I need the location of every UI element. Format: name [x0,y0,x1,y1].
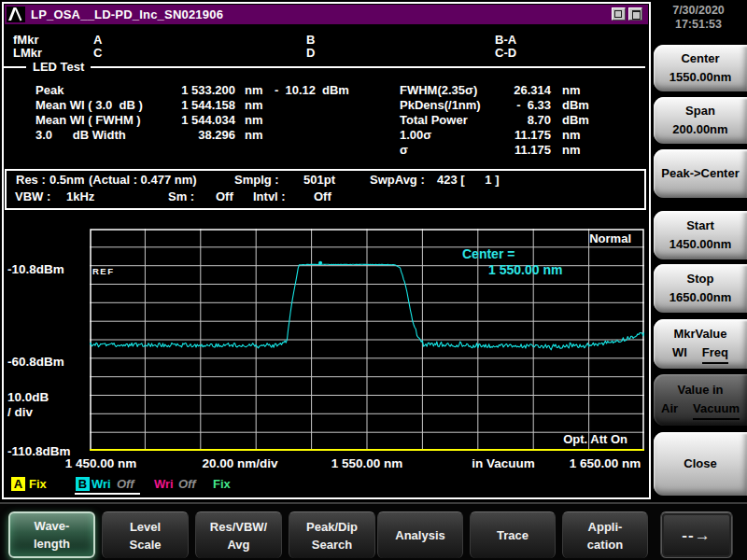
start-button[interactable]: Start 1450.00nm [654,211,747,259]
restore-icon [632,10,641,20]
peak-level-unit: dBm [322,84,349,97]
smplg-value: 501pt [303,174,335,187]
menu-label: cation [587,536,623,553]
result-label: 1.00σ [400,129,431,142]
mkrvalue-button[interactable]: MkrValue WI Freq [654,319,747,369]
menu-label: Appli- [588,518,623,536]
marker-c-d: C-D [495,47,516,60]
menu-label: Res/VBW/ [210,518,267,536]
y-axis-bottom-label: -110.8dBm [7,444,71,458]
close-button-label: Close [684,455,716,473]
sm-label: Sm : [168,190,194,203]
x-axis-stop-label: 1 650.00 nm [570,456,641,470]
close-button[interactable]: Close [654,432,747,496]
marker-b-a: B-A [495,34,516,47]
menu-label: Scale [130,536,162,553]
swpavg-label: SwpAvg : [370,174,425,187]
menu-trace[interactable]: Trace [470,511,556,558]
marker-a: A [93,34,102,47]
result-label: Peak [35,84,63,97]
menu-label: Search [312,536,352,553]
menu-label: Level [130,518,161,536]
y-axis-ref-label: -10.8dBm [7,262,64,276]
result-value: 26.314 [458,84,551,97]
result-value: - 6.33 [458,99,551,112]
result-label: 3.0 dB Width [35,129,126,142]
restore-button[interactable] [628,7,642,21]
center-annotation-line2: 1 550.00 nm [488,262,562,277]
y-axis-scale-div-label: / div [7,405,33,419]
result-value: 38.296 [131,129,235,142]
section-separator [4,66,645,68]
result-label: Mean WI ( 3.0 dB ) [35,99,143,112]
menu-peak-dip-search[interactable]: Peak/Dip Search [289,511,375,558]
minimize-icon [614,10,622,18]
trace-b-off: Off [117,477,134,491]
result-value: 8.70 [458,114,551,127]
value-in-button[interactable]: Value in Air Vacuum [654,374,747,426]
value-in-option-vacuum[interactable]: Vacuum [693,399,740,420]
res-label: Res : [16,174,46,187]
result-value: 1 544.034 [131,114,235,127]
swpavg-value: 423 [ 1 ] [437,174,499,187]
x-axis-start-label: 1 450.00 nm [65,456,137,470]
menu-wavelength[interactable]: Wave- length [8,511,95,558]
menu-application[interactable]: Appli- cation [562,511,648,558]
result-value: 1 544.158 [131,99,235,112]
menu-analysis[interactable]: Analysis [377,511,463,558]
span-button[interactable]: Span 200.00nm [654,97,747,144]
menu-label: Trace [497,526,529,544]
vbw-value: 1kHz [66,190,94,203]
center-annotation-line1: Center = [462,246,514,261]
marker-b: B [306,34,315,47]
center-button-value: 1550.00nm [669,68,732,87]
result-value: 1 533.200 [131,84,235,97]
stop-button-value: 1650.00nm [669,288,732,307]
datetime-display: 7/30/2020 17:51:53 [652,4,745,32]
menu-label: Wave- [35,517,70,535]
minimize-button[interactable] [612,7,626,21]
result-unit: dBm [562,114,589,127]
value-in-option-air[interactable]: Air [661,399,678,420]
span-button-value: 200.00nm [672,120,727,139]
result-unit: nm [245,114,263,127]
sm-value: Off [216,190,233,203]
result-value: 11.175 [458,144,551,157]
sweep-settings-box: Res : 0.5nm (Actual : 0.477 nm) Smplg : … [5,169,646,210]
menu-res-vbw-avg[interactable]: Res/VBW/ Avg [195,511,282,558]
menu-label: Analysis [395,526,444,544]
vbw-label: VBW : [15,190,50,203]
menu-level-scale[interactable]: Level Scale [102,511,189,558]
result-unit: dBm [562,99,589,112]
softkey-sidebar: 7/30/2020 17:51:53 Center 1550.00nm Span… [652,0,747,560]
stop-button-label: Stop [687,270,714,288]
res-value: 0.5nm [49,174,85,187]
mkrvalue-option-freq[interactable]: Freq [702,343,728,364]
result-value: 11.175 [458,129,551,142]
result-unit: nm [245,99,263,112]
intvl-label: Intvl : [253,190,286,203]
peak-to-center-button[interactable]: Peak->Center [654,149,747,198]
x-axis-center-label: 1 550.00 nm [331,456,403,470]
stop-button[interactable]: Stop 1650.00nm [654,264,747,313]
menu-more-arrow[interactable]: --→ [660,511,733,558]
y-axis-scale-label: 10.0dB [7,390,49,404]
opt-att-status: Opt. Att On [508,432,627,446]
trace-d-state: Fix [213,477,231,491]
start-button-label: Start [686,217,714,235]
section-title: LED Test [26,60,91,74]
x-axis-medium-label: in Vacuum [472,456,535,470]
function-menubar: Wave- length Level Scale Res/VBW/ Avg Pe… [0,502,747,560]
mkrvalue-option-wl[interactable]: WI [672,343,687,364]
date-label: 7/30/2020 [652,4,745,18]
trace-b-state: Wri [92,477,111,491]
trace-c-state: Wri [154,477,174,491]
window-title: LP_OSA__LD-PD_Inc_SN021906 [31,7,223,21]
center-button[interactable]: Center 1550.00nm [654,45,747,91]
more-arrow-icon: --→ [682,526,711,544]
osa-screen: LP_OSA__LD-PD_Inc_SN021906 fMkr A B B-A … [0,0,747,560]
time-label: 17:51:53 [652,18,745,32]
window-titlebar: LP_OSA__LD-PD_Inc_SN021906 [5,5,648,24]
marker-c: C [93,47,102,60]
trace-b-badge: B [76,477,90,491]
